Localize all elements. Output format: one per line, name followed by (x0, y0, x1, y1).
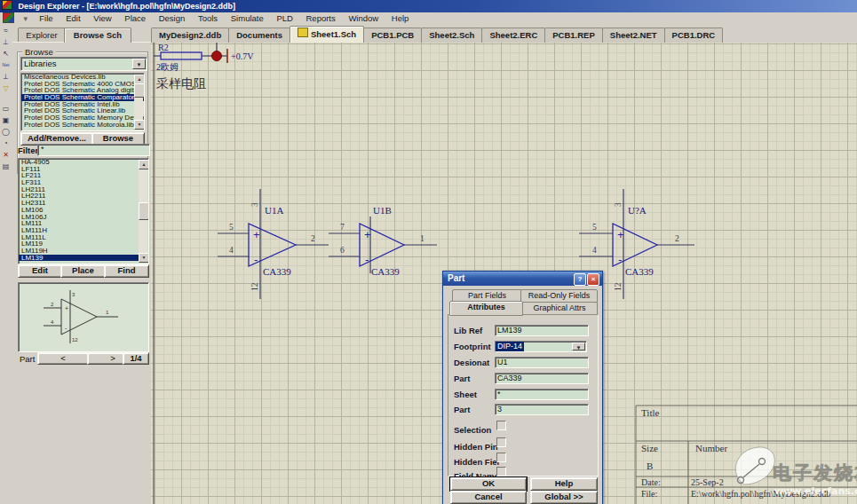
hidden-fields-checkbox[interactable] (496, 453, 506, 462)
dialog-titlebar[interactable]: Part ? × (443, 272, 602, 286)
watermark-text: 电子发烧友 (773, 462, 857, 484)
combo-dropdown-icon[interactable]: ▼ (572, 343, 585, 350)
footprint-combobox[interactable]: DIP-14 ▼ (495, 341, 587, 352)
tab-readonly-fields[interactable]: Read-Only Fields (520, 289, 598, 303)
tab-browse-sch[interactable]: Browse Sch (64, 28, 131, 43)
part-page-indicator: 1/4 (123, 352, 149, 365)
delete-tool-icon[interactable]: ✕ (0, 149, 12, 161)
tab-sheet2-erc[interactable]: Sheet2.ERC (481, 28, 545, 43)
part-number-input[interactable]: 3 (495, 404, 589, 415)
menu-tools[interactable]: Tools (193, 12, 223, 25)
menu-design[interactable]: Design (154, 12, 191, 25)
designator[interactable]: U1A (265, 205, 283, 216)
menu-reports[interactable]: Reports (301, 12, 341, 25)
pointer-tool-icon[interactable]: ↖ (0, 48, 12, 59)
watermark-leaf-logo (735, 447, 774, 484)
combo-dropdown-icon[interactable]: ▼ (132, 59, 146, 69)
tab-documents[interactable]: Documents (228, 28, 290, 43)
hidden-pins-checkbox[interactable] (496, 437, 506, 447)
svg-text:12: 12 (250, 282, 259, 291)
part-type[interactable]: CA339 (625, 266, 654, 277)
cancel-button[interactable]: Cancel (450, 491, 527, 504)
plus-input-mark: + (253, 228, 260, 241)
menu-view[interactable]: View (88, 12, 116, 25)
net-label[interactable]: +0.7V (231, 51, 254, 61)
svg-text:5: 5 (229, 223, 234, 232)
dialog-close-icon[interactable]: × (587, 273, 599, 286)
library-listbox[interactable]: Miscellaneous Devices.lib Protel DOS Sch… (20, 73, 145, 131)
annotation-text[interactable]: 采样电阻 (156, 77, 206, 91)
sheet-input[interactable]: * (495, 389, 589, 400)
browse-mode-combobox[interactable]: Libraries ▼ (20, 57, 147, 71)
designator[interactable]: U?A (628, 205, 647, 216)
component-listbox[interactable]: HA-4905 LF111 LF211 LF311 LH2111 LH2211 … (18, 158, 149, 264)
place-button[interactable]: Place (60, 264, 106, 278)
document-icon[interactable] (3, 12, 14, 23)
library-item[interactable]: Protel DOS Schematic Motorola.lib (21, 122, 144, 129)
scroll-thumb[interactable] (139, 202, 149, 220)
scroll-down-icon[interactable]: ▼ (139, 253, 149, 263)
opamp-u1a[interactable]: + - 5 4 2 3 12 U1A CA339 (218, 189, 329, 299)
menu-arrow-icon[interactable]: ▼ (20, 13, 32, 26)
ground-tool-icon[interactable]: ⟂ (0, 71, 12, 83)
power-port-tool-icon[interactable]: ▽ (0, 83, 12, 94)
find-button[interactable]: Find (104, 264, 149, 278)
menu-place[interactable]: Place (119, 12, 151, 25)
scroll-thumb[interactable] (134, 83, 145, 98)
part-prev-button[interactable]: < (37, 352, 89, 365)
edit-button[interactable]: Edit (18, 264, 62, 278)
library-scrollbar[interactable]: ▲ ▼ (134, 75, 143, 130)
help-button[interactable]: Help (530, 477, 598, 491)
svg-text:Title: Title (641, 407, 660, 418)
tab-explorer[interactable]: Explorer (18, 28, 66, 42)
tab-mydesign2-ddb[interactable]: MyDesign2.ddb (151, 28, 229, 43)
menu-edit[interactable]: Edit (60, 12, 85, 25)
designator-input[interactable]: U1 (495, 357, 589, 368)
tab-sheet1-sch[interactable]: Sheet1.Sch (290, 26, 364, 43)
part-input[interactable]: CA339 (495, 373, 589, 384)
tab-sheet2-sch[interactable]: Sheet2.Sch (421, 28, 482, 43)
ellipse-tool-icon[interactable]: ◯ (0, 126, 12, 138)
graphic-tool-icon[interactable]: ▤ (0, 161, 12, 172)
tab-attributes[interactable]: Attributes (449, 301, 523, 316)
r2-value: 2欧姆 (156, 62, 179, 72)
dialog-help-icon[interactable]: ? (574, 273, 586, 286)
filter-input[interactable]: * (37, 144, 150, 156)
tab-pcb1-drc[interactable]: PCB1.DRC (664, 28, 724, 43)
opamp-u1b[interactable]: + - 7 6 1 U1B CA339 (329, 205, 437, 277)
menu-pld[interactable]: PLD (271, 12, 298, 25)
menu-window[interactable]: Window (343, 12, 384, 25)
global-button[interactable]: Global >> (530, 491, 598, 504)
net-label-tool-icon[interactable]: Net (0, 59, 12, 71)
tab-graphical-attrs[interactable]: Graphical Attrs (521, 302, 598, 315)
bus-entry-tool-icon[interactable]: ⊥ (0, 36, 12, 48)
tab-pcb1-pcb[interactable]: PCB1.PCB (363, 28, 422, 43)
lib-ref-input[interactable]: LM139 (495, 325, 589, 336)
component-scrollbar[interactable]: ▲ ▼ (139, 160, 147, 263)
menu-file[interactable]: File (34, 12, 58, 25)
pie-tool-icon[interactable]: ◔ (0, 138, 12, 149)
selection-checkbox[interactable] (496, 421, 506, 430)
resistor-r2[interactable]: R2 +0.7V 2欧姆 采样电阻 (154, 43, 254, 91)
svg-text:+: + (65, 305, 68, 311)
field-row: Footprint DIP-14 ▼ (452, 341, 594, 352)
ok-button[interactable]: OK (450, 477, 527, 491)
field-names-checkbox[interactable] (496, 467, 506, 476)
scroll-down-icon[interactable]: ▼ (134, 120, 145, 130)
menu-help[interactable]: Help (386, 12, 415, 25)
tab-sheet2-net[interactable]: Sheet2.NET (602, 28, 665, 43)
menu-simulate[interactable]: Simulate (226, 12, 269, 25)
rectangle-tool-icon[interactable]: ▭ (0, 103, 12, 114)
wire-tool-icon[interactable]: ≈ (0, 25, 12, 36)
window-title: Design Explorer - [E:\work\hgfn.pol\hgfn… (19, 2, 236, 11)
tab-pcb1-rep[interactable]: PCB1.REP (544, 28, 603, 43)
part-type[interactable]: CA339 (263, 266, 291, 277)
round-rect-tool-icon[interactable]: ▣ (0, 114, 12, 126)
scroll-up-icon[interactable]: ▲ (139, 160, 149, 169)
browse-mode-value: Libraries (24, 59, 56, 68)
app-icon (2, 0, 12, 10)
component-item-selected[interactable]: LM139 (19, 255, 148, 262)
part-type[interactable]: CA339 (371, 266, 400, 277)
designator[interactable]: U1B (373, 205, 392, 216)
svg-text:3: 3 (72, 292, 75, 297)
